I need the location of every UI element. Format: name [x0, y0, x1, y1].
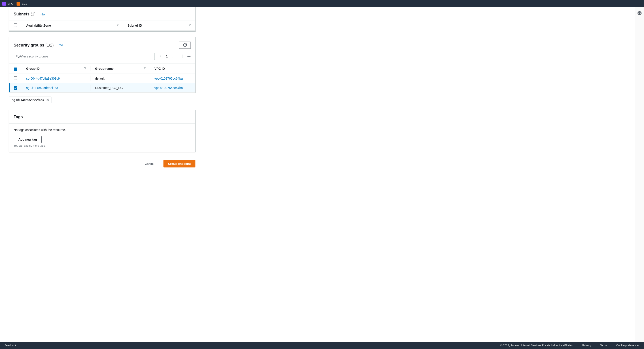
subnets-title: Subnets (1) — [14, 12, 36, 16]
sg-table: Group ID ▽ Group name ▽ VPC ID — [9, 64, 195, 92]
group-name-text: Customer_EC2_SG — [95, 86, 123, 90]
subnets-info-link[interactable]: Info — [40, 12, 45, 16]
right-rail — [634, 7, 644, 342]
refresh-icon — [183, 43, 187, 47]
table-row[interactable]: sg-0044d47c8a9e309c9 default vpc-0109765… — [9, 74, 195, 83]
token-remove-button[interactable] — [46, 98, 49, 101]
group-name-text: default — [95, 77, 104, 80]
sg-search-input[interactable] — [19, 54, 153, 58]
sg-table-controls: 〈 1 〉 — [9, 53, 195, 64]
page-number: 1 — [166, 54, 168, 58]
help-panel-toggle[interactable] — [638, 11, 642, 15]
row-checkbox[interactable] — [14, 76, 17, 80]
sg-select-all-checkbox[interactable] — [14, 68, 17, 71]
col-label: Group ID — [26, 67, 40, 70]
vpc-id-link[interactable]: vpc-0109765bc64ba — [154, 77, 183, 80]
col-vpc-id[interactable]: VPC ID — [150, 64, 195, 74]
sg-select-all-header — [9, 64, 22, 74]
col-label: Group name — [95, 67, 113, 70]
table-row[interactable]: sg-0f114c695dee2f1c3 Customer_EC2_SG vpc… — [9, 83, 195, 92]
service-link-ec2[interactable]: EC2 — [16, 2, 27, 6]
top-service-bar: VPC EC2 — [0, 0, 644, 7]
feedback-link[interactable]: Feedback — [4, 344, 16, 347]
footer-cookie-link[interactable]: Cookie preferences — [616, 344, 640, 347]
group-id-link[interactable]: sg-0044d47c8a9e309c9 — [26, 77, 60, 80]
no-tags-text: No tags associated with the resource. — [14, 128, 191, 132]
sort-icon: ▽ — [117, 24, 118, 26]
select-all-header — [9, 21, 22, 30]
refresh-button[interactable] — [179, 42, 191, 49]
col-group-id[interactable]: Group ID ▽ — [22, 64, 90, 74]
footer-terms-link[interactable]: Terms — [600, 344, 607, 347]
tags-body: No tags associated with the resource. Ad… — [9, 124, 195, 152]
sort-icon: ▽ — [189, 24, 191, 26]
security-groups-panel: Security groups (1/2) Info 〈 1 〉 — [9, 37, 196, 93]
svg-point-7 — [639, 12, 640, 12]
subnets-header: Subnets (1) Info — [9, 8, 195, 20]
title-text: Subnets — [14, 12, 30, 16]
form-actions: Cancel Create endpoint — [9, 158, 196, 176]
row-checkbox[interactable] — [14, 86, 17, 90]
page-prev[interactable]: 〈 — [158, 54, 162, 58]
table-settings-button[interactable] — [182, 54, 191, 58]
col-label: VPC ID — [154, 67, 165, 70]
sg-title: Security groups (1/2) — [14, 43, 54, 48]
sg-count: (1/2) — [46, 43, 54, 48]
close-icon — [46, 98, 49, 101]
service-label: VPC — [8, 2, 14, 5]
select-all-checkbox[interactable] — [14, 24, 17, 27]
vpc-id-link[interactable]: vpc-0109765bc64ba — [154, 86, 183, 90]
svg-point-0 — [16, 55, 18, 57]
tags-title: Tags — [14, 115, 23, 120]
subnets-table: Availability Zone ▽ Subnet ID ▽ — [9, 21, 195, 30]
col-label: Availability Zone — [26, 24, 51, 27]
sort-icon: ▽ — [144, 67, 146, 69]
col-subnet-id[interactable]: Subnet ID ▽ — [123, 21, 195, 30]
token-label: sg-0f114c695dee2f1c3 — [12, 98, 44, 102]
sg-header: Security groups (1/2) Info — [9, 37, 195, 53]
pagination: 〈 1 〉 — [158, 54, 191, 58]
subnets-table-wrap: Availability Zone ▽ Subnet ID ▽ — [9, 20, 195, 31]
subnets-count: (1) — [31, 12, 36, 16]
service-label: EC2 — [22, 2, 27, 5]
group-id-link[interactable]: sg-0f114c695dee2f1c3 — [26, 86, 58, 90]
tags-header: Tags — [9, 110, 195, 124]
info-icon — [638, 12, 641, 15]
tags-panel: Tags No tags associated with the resourc… — [9, 110, 196, 152]
service-link-vpc[interactable]: VPC — [2, 2, 14, 6]
svg-point-2 — [188, 56, 190, 57]
vpc-icon — [2, 2, 6, 6]
tags-hint: You can add 50 more tags. — [14, 144, 191, 147]
create-endpoint-button[interactable]: Create endpoint — [164, 160, 196, 168]
col-group-name[interactable]: Group name ▽ — [90, 64, 150, 74]
subnets-panel: Subnets (1) Info Availability Zone ▽ — [9, 7, 196, 32]
search-icon — [16, 54, 19, 58]
col-availability-zone[interactable]: Availability Zone ▽ — [22, 21, 123, 30]
gear-icon — [187, 54, 191, 58]
sort-icon: ▽ — [84, 67, 86, 69]
footer-right: © 2022, Amazon Internet Services Private… — [500, 344, 640, 347]
footer-copyright: © 2022, Amazon Internet Services Private… — [500, 344, 573, 347]
page-next[interactable]: 〉 — [172, 54, 175, 58]
sg-search[interactable] — [14, 53, 155, 60]
add-tag-button[interactable]: Add new tag — [14, 136, 42, 143]
sg-info-link[interactable]: Info — [58, 43, 63, 47]
sg-table-wrap[interactable]: Group ID ▽ Group name ▽ VPC ID — [9, 64, 195, 92]
cancel-button[interactable]: Cancel — [140, 160, 159, 168]
col-label: Subnet ID — [128, 24, 142, 27]
svg-line-1 — [18, 57, 19, 58]
main-content: Subnets (1) Info Availability Zone ▽ — [0, 7, 634, 342]
footer-privacy-link[interactable]: Privacy — [582, 344, 591, 347]
selected-sg-token: sg-0f114c695dee2f1c3 — [9, 96, 52, 103]
title-text: Security groups — [14, 43, 44, 48]
check-icon — [14, 87, 16, 89]
ec2-icon — [16, 2, 20, 6]
footer-bar: Feedback © 2022, Amazon Internet Service… — [0, 342, 644, 349]
